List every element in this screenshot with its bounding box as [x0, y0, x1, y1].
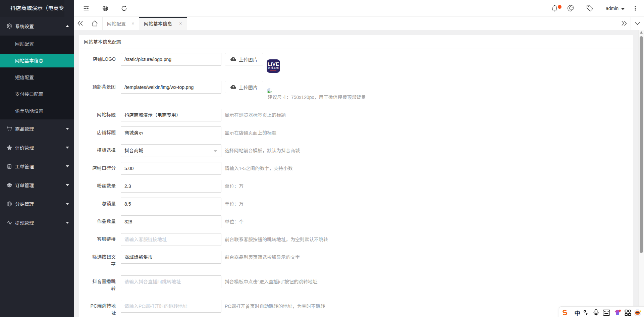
svg-text:S: S	[562, 308, 568, 317]
